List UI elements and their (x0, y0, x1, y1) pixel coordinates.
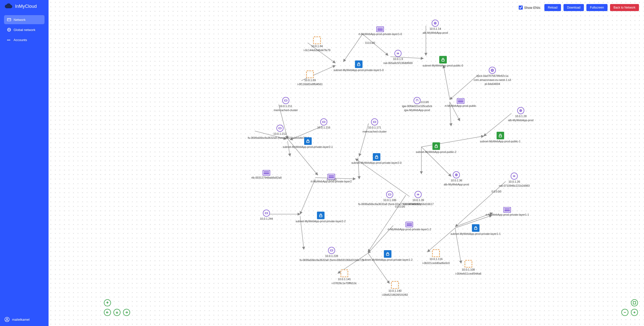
zoom-in-button[interactable] (631, 309, 638, 316)
svg-rect-51 (373, 121, 376, 122)
subnet-sn_l1_0[interactable]: subnet-MyWebApp-prod-private-layer1-0 (334, 60, 384, 72)
svg-rect-64 (633, 302, 636, 304)
eni-nat1[interactable]: 10.0.1.26nat-0710946c221b2d983 (499, 173, 530, 188)
igw[interactable]: igw-00fde021e105ca5cbigw-MyWebApp-prod (402, 97, 432, 112)
svg-rect-49 (285, 100, 287, 101)
fullscreen-button[interactable]: Fullscreen (586, 4, 607, 11)
ec2-instance-i4[interactable]: 10.0.1.108i-054efd11cedf344a6 (455, 260, 481, 276)
eni-fs1[interactable]: 10.0.1.186fs-0699a56bc8a3632a8 (fsmt-02a… (358, 191, 421, 206)
route-table-rt_pub[interactable]: rt-MyWebApp-prod-public (445, 98, 476, 108)
svg-point-47 (491, 69, 494, 72)
svg-point-7 (6, 318, 8, 320)
cache-icon (284, 99, 288, 102)
svg-line-42 (455, 181, 506, 227)
cache-icon (373, 120, 376, 124)
right-button[interactable] (123, 309, 130, 316)
ec2-icon (465, 260, 472, 268)
route-table-rt_l1_1[interactable]: rt-MyWebApp-prod-private-layer1-1 (486, 207, 529, 217)
ec2-icon (391, 281, 399, 289)
download-button[interactable]: Download (564, 4, 584, 11)
eni-nat0[interactable]: 10.0.1.9nat-0b5a8c5f138dbf669 (383, 50, 413, 65)
cache-icon (265, 211, 268, 215)
zoom-out-button[interactable] (621, 309, 628, 316)
arrow-up-icon (106, 301, 109, 305)
ec2-instance-i2[interactable]: 10.0.1.69i-0f116b82e8ffd4561 (297, 71, 323, 86)
nat-icon (396, 52, 400, 55)
alb-icon (519, 109, 522, 112)
route-table-rtb[interactable]: rtb-003127948ab8a92a8 (251, 170, 282, 180)
back-button[interactable]: Back to Network (610, 4, 639, 11)
fit-button[interactable] (631, 299, 638, 306)
nat-icon (512, 174, 516, 178)
eni-alb2[interactable]: 10.0.1.36alb-MyWebApp-prod (444, 171, 469, 186)
subnet-sn_pub2[interactable]: subnet-MyWebApp-prod-public-2 (416, 142, 456, 154)
route-table-rt_l2[interactable]: rt-MyWebApp-prod-private-layer2 (311, 174, 352, 183)
alb-icon (433, 21, 437, 25)
eni-mem0[interactable]: 10.0.1.211memcached-cluster (274, 97, 298, 112)
svg-point-46 (492, 70, 493, 71)
show-enis-input[interactable] (519, 6, 523, 10)
lock-icon (375, 155, 379, 159)
lock-icon (386, 252, 390, 256)
route-table-rt_l1_0[interactable]: rt-MyWebApp-prod-private-layer1-0 (358, 26, 402, 36)
nav-network[interactable]: Network (4, 15, 45, 24)
ec2-icon (306, 71, 314, 78)
svg-rect-53 (307, 141, 309, 143)
svg-rect-58 (388, 194, 391, 195)
reload-button[interactable]: Reload (544, 4, 561, 11)
svg-rect-43 (357, 64, 360, 66)
vpce[interactable]: vpce-0ad7875678fe82c1acom.amazonaws.eu-w… (474, 67, 511, 86)
network-icon (7, 18, 11, 22)
eni-mem1[interactable]: 10.0.1.171memcached-cluster (363, 118, 387, 134)
brand: InMyCloud (0, 0, 49, 13)
subnet-sn_pub1[interactable]: subnet-MyWebApp-prod-public-1 (480, 132, 520, 143)
svg-rect-54 (375, 157, 378, 158)
minus-icon (623, 311, 627, 314)
ec2-icon (432, 249, 440, 257)
view-controls-right (621, 299, 638, 316)
edge-label-3: 0.0.0.0/0 (492, 190, 501, 193)
svg-rect-0 (7, 18, 11, 21)
subnet-sn_l1_1[interactable]: subnet-MyWebApp-prod-private-layer1-1 (451, 224, 501, 236)
eni-c244[interactable]: 10.0.1.244 (260, 210, 273, 221)
lock-icon (434, 144, 438, 148)
svg-rect-59 (265, 212, 268, 214)
nav-accounts[interactable]: aws Accounts (4, 35, 45, 44)
svg-rect-55 (435, 146, 437, 148)
lock-icon (498, 134, 502, 138)
user-section[interactable]: maltelkamel (0, 313, 49, 326)
alb-icon (455, 173, 458, 177)
route-table-rt_l1_2[interactable]: rt-MyWebApp-prod-private-layer1-2 (388, 222, 431, 231)
ec2-icon (341, 270, 348, 277)
ec2-instance-i3[interactable]: 10.0.1.116i-0b321cedd0ad6e0c0 (422, 249, 450, 265)
ec2-instance-i5[interactable]: 10.0.1.141i-07828c1e70fffd13c (332, 270, 357, 285)
arrow-down-icon (115, 311, 119, 314)
subnet-sn_l2_1[interactable]: subnet-MyWebApp-prod-private-layer2-1 (283, 137, 333, 149)
eni-fs2[interactable]: 10.0.1.228fs-0699a56bc8a3632a8 (fsmt-00b… (300, 247, 364, 262)
subnet-sn_l2_2[interactable]: subnet-MyWebApp-prod-private-layer2-2 (296, 212, 346, 223)
show-enis-checkbox[interactable]: Show ENIs (519, 6, 540, 10)
lock-icon (306, 139, 310, 143)
eni-alb1[interactable]: 10.0.1.28alb-MyWebApp-prod (508, 107, 534, 122)
svg-rect-63 (386, 254, 389, 255)
subnet-sn_l2_0[interactable]: subnet-MyWebApp-prod-private-layer2-0 (351, 153, 401, 165)
cache-icon (322, 120, 326, 124)
view-controls-left (104, 299, 130, 316)
left-button[interactable] (104, 309, 111, 316)
main-canvas[interactable]: Show ENIs Reload Download Fullscreen Bac… (49, 0, 644, 326)
up-button[interactable] (104, 299, 111, 306)
subnet-sn_l1_2[interactable]: subnet-MyWebApp-prod-private-layer1-2 (363, 250, 413, 262)
ec2-instance-i6[interactable]: 10.0.1.140i-08d5218626f191f82 (382, 281, 408, 297)
nav-global[interactable]: Global network (4, 25, 45, 34)
ec2-icon (313, 37, 321, 44)
eni-mem216[interactable]: 10.0.1.216 (317, 118, 330, 129)
lock-icon (319, 213, 323, 217)
svg-rect-52 (278, 127, 281, 129)
ec2-instance-i1[interactable]: 10.0.1.84i-0c144eb3d6d47fe79 (304, 37, 330, 52)
down-button[interactable] (113, 309, 120, 316)
eni-alb0[interactable]: 10.0.1.14alb-MyWebApp-prod (423, 20, 448, 35)
subnet-sn_pub0[interactable]: subnet-MyWebApp-prod-public-0 (423, 56, 463, 68)
lock-icon (474, 226, 478, 230)
lock-icon (357, 62, 361, 66)
igw-icon (415, 99, 419, 102)
